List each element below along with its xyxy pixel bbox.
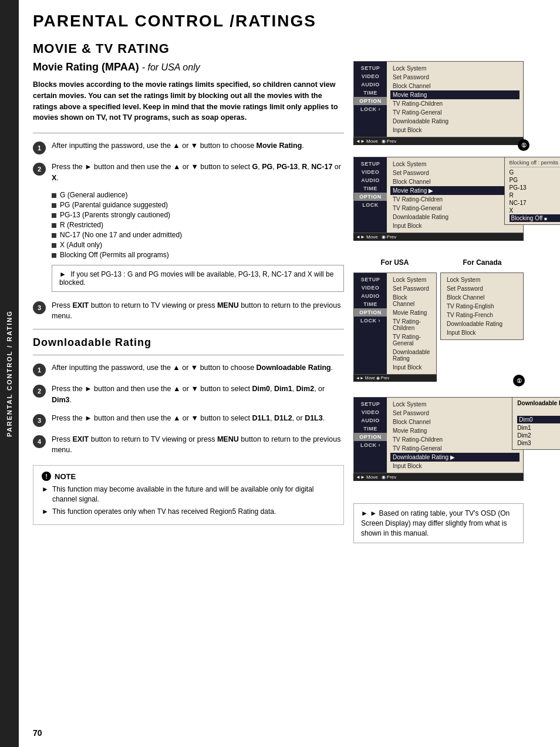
rating-nc17: NC-17 (No one 17 and under admitted) xyxy=(52,231,344,239)
usa-nav: ◄► Move ◉ Prev xyxy=(356,376,389,381)
note-item-1-text: This function may become available in th… xyxy=(52,484,335,504)
tv-left-setup: SETUP xyxy=(354,64,387,72)
tv-right-panel-dl: Lock System Set Password Block Channel M… xyxy=(387,398,523,473)
canada-bottom-spacer xyxy=(440,340,524,349)
body-text: Blocks movies according to the movie rat… xyxy=(33,79,344,123)
tv-bottom-bar-1: ◄► Move ◉ Prev xyxy=(353,137,524,145)
dl-block-channel: Block Channel xyxy=(390,418,519,426)
dl-audio: AUDIO xyxy=(354,416,387,425)
usa-bottom-bar: ◄► Move ◉ Prev xyxy=(353,375,437,382)
tv2-left-option: OPTION xyxy=(354,193,387,201)
tv2-item-set-password: Set Password xyxy=(390,169,519,177)
dl-step-1-text: After inputting the password, use the ▲ … xyxy=(52,362,333,374)
page-title: PARENTAL CONTROL /RATINGS xyxy=(33,12,548,31)
dl-lock-system: Lock System xyxy=(390,400,519,409)
dl-setup: SETUP xyxy=(354,400,387,408)
right-col-inner: SETUP VIDEO AUDIO TIME OPTION LOCK › Loc… xyxy=(353,61,524,543)
sidebar-text: PARENTAL CONTROL / RATING xyxy=(6,310,13,437)
rating-g-text: G (General audience) xyxy=(60,191,127,199)
dl-step-1-circle: 1 xyxy=(33,364,46,376)
downloadable-section-title: Downloadable Rating xyxy=(33,337,344,349)
note-item-2-text: This function operates only when TV has … xyxy=(52,507,276,517)
rating-x: X (Adult only) xyxy=(52,241,344,249)
canada-lock-system: Lock System xyxy=(444,275,519,284)
canada-block-channel: Block Channel xyxy=(444,293,519,302)
dl-tv-general: TV Rating-General xyxy=(390,444,519,453)
step-2-circle: 2 xyxy=(33,163,46,176)
rating-nc17-text: NC-17 (No one 17 and under admitted) xyxy=(60,231,182,239)
usa-video: VIDEO xyxy=(354,284,387,292)
dl-step-2-text: Press the ► button and then use the ▲ or… xyxy=(52,383,344,406)
usa-tv-general: TV Rating-General xyxy=(390,332,433,348)
step-3-circle: 3 xyxy=(33,301,46,314)
tv-menu-download: SETUP VIDEO AUDIO TIME OPTION LOCK › Loc… xyxy=(353,397,524,473)
tv-nav-more: ◄► Move xyxy=(356,139,378,144)
tv-left-lock: LOCK › xyxy=(354,105,387,113)
tv-menu-canada: Lock System Set Password Block Channel T… xyxy=(440,272,524,340)
submenu-x: X xyxy=(510,207,560,214)
tv2-nav-more: ◄► Move xyxy=(356,234,378,240)
info-box: ► If you set PG-13 : G and PG movies wil… xyxy=(52,265,344,292)
dl-input-block: Input Block xyxy=(390,462,519,470)
canada-menu-container: Lock System Set Password Block Channel T… xyxy=(440,272,524,382)
usa-option: OPTION xyxy=(354,308,387,317)
tv-item-block-channel: Block Channel xyxy=(390,82,519,90)
step-1-circle: 1 xyxy=(33,142,46,154)
usa-setup: SETUP xyxy=(354,275,387,284)
download-menu-wrapper: SETUP VIDEO AUDIO TIME OPTION LOCK › Loc… xyxy=(353,397,524,473)
usa-canada-label-row: For USA For Canada xyxy=(353,258,524,267)
bottom-note-text: ► Based on rating table, your TV's OSD (… xyxy=(361,509,510,537)
tv-menu-usa: SETUP VIDEO AUDIO TIME OPTION LOCK › Loc… xyxy=(353,272,437,375)
note-title: ! NOTE xyxy=(42,472,335,481)
for-canada-label: For Canada xyxy=(441,258,524,267)
divider-2 xyxy=(33,329,344,329)
usa-movie-rating: Movie Rating xyxy=(390,308,433,317)
submenu-blocking-off: Blocking Off ■ xyxy=(510,214,560,222)
info-box-arrow-icon: ► xyxy=(59,270,66,278)
movie-tv-section-title: MOVIE & TV RATING xyxy=(33,41,548,56)
step-2-text: Press the ► button and then use the ▲ or… xyxy=(52,161,344,184)
usa-time: TIME xyxy=(354,300,387,308)
tv2-left-lock: LOCK xyxy=(354,201,387,209)
dl-step-1: 1 After inputting the password, use the … xyxy=(33,362,344,376)
download-submenu: Downloadable Rating Dim0 Dim1 Dim2 Dim3 xyxy=(512,397,560,450)
menu-block-2: SETUP VIDEO AUDIO TIME OPTION LOCK Lock … xyxy=(353,157,524,241)
tv2-left-setup: SETUP xyxy=(354,160,387,168)
tv-right-panel-canada: Lock System Set Password Block Channel T… xyxy=(441,273,523,339)
usa-audio: AUDIO xyxy=(354,292,387,300)
tv-right-panel-1: Lock System Set Password Block Channel M… xyxy=(387,62,523,137)
rating-g: G (General audience) xyxy=(52,191,344,199)
dl-time: TIME xyxy=(354,425,387,433)
dl-step-3-circle: 3 xyxy=(33,414,46,427)
dl-downloadable: Downloadable Rating ▶ xyxy=(390,453,519,462)
usa-tv-children: TV Rating-Children xyxy=(390,317,433,332)
page-container: PARENTAL CONTROL / RATING PARENTAL CONTR… xyxy=(0,0,560,747)
submenu-g: G xyxy=(510,169,560,176)
tv-bottom-bar-2: ◄► Move ◉ Prev xyxy=(353,233,524,241)
step-badge-usa-canada: ① xyxy=(513,375,525,386)
canada-set-password: Set Password xyxy=(444,284,519,293)
tv-left-audio: AUDIO xyxy=(354,80,387,89)
page-number: 70 xyxy=(33,728,42,738)
bullet-icon xyxy=(52,253,56,258)
dl-step-4: 4 Press EXIT button to return to TV view… xyxy=(33,434,344,456)
tv-menu-with-overlay-2: SETUP VIDEO AUDIO TIME OPTION LOCK Lock … xyxy=(353,157,524,233)
bottom-note: ► ► Based on rating table, your TV's OSD… xyxy=(353,503,524,543)
tv-item-set-password: Set Password xyxy=(390,73,519,82)
usa-block-channel: Block Channel xyxy=(390,293,433,308)
tv-left-panel-usa: SETUP VIDEO AUDIO TIME OPTION LOCK › xyxy=(354,273,387,374)
tv-left-video: VIDEO xyxy=(354,72,387,80)
bullet-icon xyxy=(52,223,56,228)
for-usa-label: For USA xyxy=(353,258,436,267)
step-1-text: After inputting the password, use the ▲ … xyxy=(52,140,304,152)
tv-item-lock-system: Lock System xyxy=(390,64,519,73)
note-title-text: NOTE xyxy=(55,472,76,481)
canada-downloadable: Downloadable Rating xyxy=(444,319,519,328)
tv-left-time: TIME xyxy=(354,89,387,97)
usa-input-block: Input Block xyxy=(390,363,433,372)
download-submenu-spacer xyxy=(517,408,560,415)
tv-item-movie-rating: Movie Rating xyxy=(390,90,519,99)
tv-right-panel-usa: Lock System Set Password Block Channel M… xyxy=(387,273,436,374)
dl-step-4-circle: 4 xyxy=(33,435,46,448)
divider-1 xyxy=(33,133,344,133)
